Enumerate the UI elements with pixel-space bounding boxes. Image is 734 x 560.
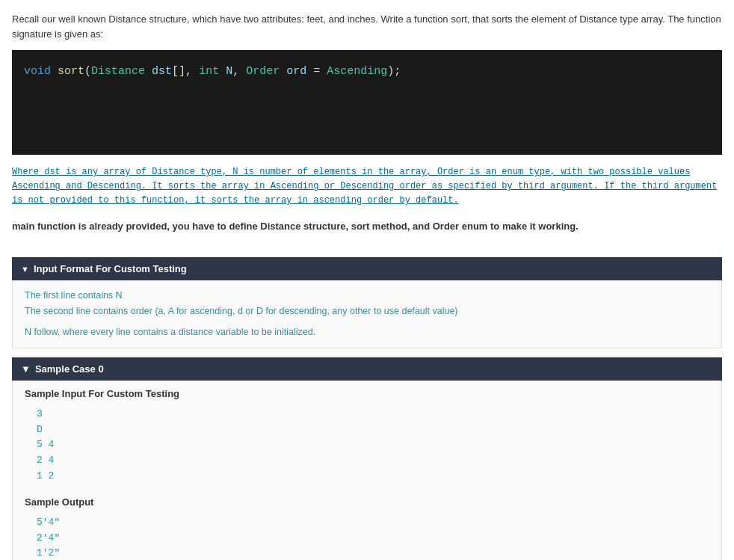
input-format-body: The first line contains N The second lin… bbox=[12, 280, 722, 348]
sample-input-row-4: 2 4 bbox=[37, 453, 709, 469]
input-format-title: Input Format For Custom Testing bbox=[34, 263, 187, 274]
intro-description: Recall our well known Distance structure… bbox=[12, 12, 722, 41]
sample-body: Sample Input For Custom Testing 3 D 5 4 … bbox=[12, 381, 722, 560]
input-line2: The second line contains order (a, A for… bbox=[25, 304, 709, 319]
code-space2 bbox=[145, 65, 152, 78]
sample-input-data: 3 D 5 4 2 4 1 2 bbox=[25, 405, 709, 486]
input-format-arrow: ▼ bbox=[21, 265, 29, 274]
code-function-name: sort bbox=[58, 65, 84, 78]
code-equals: = bbox=[313, 65, 327, 78]
code-void-keyword: void bbox=[24, 65, 51, 78]
code-space5 bbox=[306, 65, 313, 78]
input-format-header[interactable]: ▼ Input Format For Custom Testing bbox=[12, 257, 722, 280]
sample-case-title: Sample Case 0 bbox=[35, 363, 104, 375]
main-content: Recall our well known Distance structure… bbox=[0, 0, 734, 560]
code-comma: , bbox=[232, 65, 246, 78]
sample-output-label: Sample Output bbox=[25, 496, 709, 508]
sample-input-label: Sample Input For Custom Testing bbox=[25, 388, 709, 399]
sample-output-row-1: 5'4" bbox=[37, 515, 709, 531]
code-distance-type: Distance bbox=[91, 65, 145, 78]
sample-output-data: 5'4" 2'4" 1'2" bbox=[25, 514, 709, 560]
sample-input-row-1: 3 bbox=[37, 407, 709, 422]
input-line3: N follow, where every line contains a di… bbox=[25, 324, 709, 340]
sample-case-header[interactable]: ▼ Sample Case 0 bbox=[12, 357, 722, 381]
code-n-param: N bbox=[226, 65, 232, 78]
sample-output-row-2: 2'4" bbox=[37, 531, 709, 547]
spacer1 bbox=[12, 247, 722, 257]
code-block: void sort(Distance dst[], int N, Order o… bbox=[12, 50, 722, 155]
sample-case-arrow: ▼ bbox=[21, 363, 31, 375]
code-bracket: [], bbox=[172, 65, 199, 78]
main-note: main function is already provided, you h… bbox=[12, 219, 722, 234]
sample-input-row-2: D bbox=[37, 422, 709, 438]
code-order-type: Order bbox=[246, 65, 280, 78]
sample-output-row-3: 1'2" bbox=[37, 546, 709, 560]
code-ord-param: ord bbox=[286, 65, 306, 78]
sample-input-row-3: 5 4 bbox=[37, 437, 709, 453]
code-int-type: int bbox=[199, 65, 219, 78]
code-paren-close: ); bbox=[387, 65, 401, 78]
input-line1: The first line contains N bbox=[25, 288, 709, 304]
explanation-text: Where dst is any array of Distance type,… bbox=[12, 165, 722, 209]
code-paren-open: ( bbox=[84, 65, 91, 78]
code-space3 bbox=[219, 65, 226, 78]
code-space4 bbox=[280, 65, 286, 78]
code-ascending-default: Ascending bbox=[327, 65, 387, 78]
code-dst-param: dst bbox=[152, 65, 172, 78]
sample-input-row-5: 1 2 bbox=[37, 469, 709, 484]
